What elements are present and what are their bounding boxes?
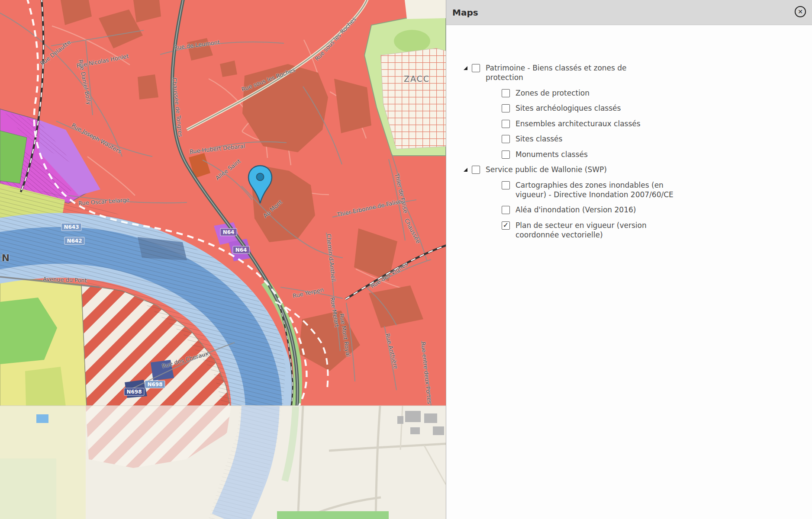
layer-checkbox[interactable]	[502, 89, 510, 97]
layer-label[interactable]: Zones de protection	[516, 88, 590, 98]
panel-body: Patrimoine - Biens classés et zones de p…	[446, 25, 812, 240]
layer-row: Zones de protection	[446, 88, 803, 98]
panel-title: Maps	[446, 7, 478, 18]
collapse-toggle-icon[interactable]	[464, 168, 467, 172]
layer-checkbox[interactable]	[502, 104, 510, 112]
map-svg	[0, 0, 446, 519]
layer-label[interactable]: Sites classés	[516, 134, 562, 144]
road-number-badge: N698	[124, 388, 144, 396]
layer-label[interactable]: Plan de secteur en vigueur (version coor…	[516, 221, 677, 240]
panel-header: Maps ✕	[446, 0, 812, 25]
layer-label[interactable]: Ensembles architecturaux classés	[516, 119, 641, 128]
layer-checkbox[interactable]	[502, 181, 510, 189]
layer-row: Monuments classés	[446, 150, 803, 159]
layer-row: Cartographies des zones inondables (en v…	[446, 180, 803, 200]
layer-group-row: Service public de Wallonie (SWP)	[446, 165, 803, 174]
layer-row: Sites archéologiques classés	[446, 103, 803, 113]
layer-checkbox-checked[interactable]: ✓	[502, 221, 510, 230]
layer-checkbox[interactable]	[502, 120, 510, 128]
layer-label[interactable]: Aléa d'inondation (Version 2016)	[516, 205, 636, 215]
layer-checkbox[interactable]	[502, 135, 510, 143]
close-icon[interactable]: ✕	[795, 6, 806, 17]
road-number-badge: N698	[145, 381, 165, 388]
layer-checkbox[interactable]	[502, 151, 510, 159]
layer-label[interactable]: Patrimoine - Biens classés et zones de p…	[486, 63, 640, 83]
maps-panel: Maps ✕ Patrimoine - Biens classés et zon…	[446, 0, 812, 519]
road-number-badge: N642	[64, 237, 84, 245]
layer-tree: Patrimoine - Biens classés et zones de p…	[446, 63, 803, 240]
layer-row: Aléa d'inondation (Version 2016)	[446, 205, 803, 215]
layer-label[interactable]: Service public de Wallonie (SWP)	[486, 165, 607, 174]
layer-row: ✓Plan de secteur en vigueur (version coo…	[446, 221, 803, 240]
zone-yellow	[0, 276, 87, 407]
basemap-strip	[0, 406, 446, 519]
map-canvas[interactable]: ZACCRue de LeumontRue Nicolas HonletRue …	[0, 0, 446, 519]
layer-row: Sites classés	[446, 134, 803, 144]
layer-label[interactable]: Cartographies des zones inondables (en v…	[516, 180, 677, 200]
road-number-badge: N64	[220, 228, 237, 236]
layer-checkbox[interactable]	[472, 166, 480, 174]
road-number-badge: N643	[61, 223, 81, 231]
layer-group-row: Patrimoine - Biens classés et zones de p…	[446, 63, 803, 83]
location-marker-icon[interactable]	[247, 164, 273, 205]
collapse-toggle-icon[interactable]	[464, 66, 467, 70]
app-window: ZACCRue de LeumontRue Nicolas HonletRue …	[0, 0, 812, 519]
layer-checkbox[interactable]	[472, 64, 480, 72]
layer-row: Ensembles architecturaux classés	[446, 119, 803, 128]
layer-label[interactable]: Sites archéologiques classés	[516, 103, 621, 113]
layer-label[interactable]: Monuments classés	[516, 150, 588, 159]
layer-checkbox[interactable]	[502, 206, 510, 214]
road-number-badge: N64	[233, 246, 250, 254]
